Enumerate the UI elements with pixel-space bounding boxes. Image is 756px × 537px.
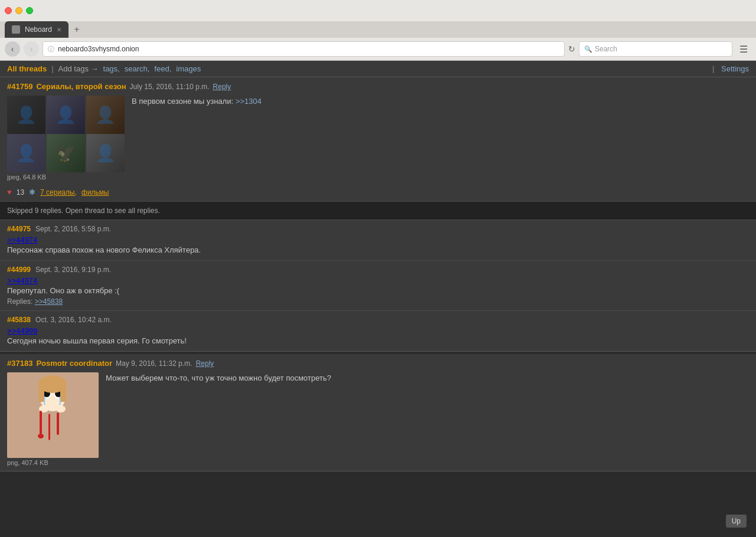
reply-44999: #44999 Sept. 3, 2016, 9:19 p.m. >>44974 … — [0, 260, 756, 310]
reply-44999-ref: >>44974 — [7, 276, 749, 285]
ref-link-44974-b[interactable]: >>44974 — [7, 276, 37, 285]
thread-2-text: Может выберем что-то, что уж точно можно… — [106, 372, 749, 466]
svg-rect-8 — [38, 384, 44, 402]
new-tab-button[interactable]: + — [70, 22, 84, 37]
search-bar[interactable]: 🔍 Search — [579, 41, 732, 57]
reply-44975-date: Sept. 2, 2016, 5:58 p.m. — [35, 225, 111, 233]
minimize-button[interactable] — [15, 7, 22, 14]
back-button[interactable]: ‹ — [5, 41, 20, 57]
ref-link-44999[interactable]: >>44999 — [7, 326, 37, 335]
thread-1-reply-link[interactable]: Reply — [213, 83, 231, 91]
thread-2: #37183 Posmotr coordinator May 9, 2016, … — [0, 354, 756, 471]
menu-button[interactable]: ☰ — [736, 42, 751, 56]
thread-2-images: png, 407.4 KB — [7, 372, 99, 466]
thumbnail-3: 👤 — [86, 96, 125, 134]
tab-close-icon[interactable]: ✕ — [57, 27, 61, 33]
svg-rect-12 — [40, 411, 42, 434]
thread-1-text: В первом сезоне мы узнали: >>1304 — [132, 96, 749, 181]
info-icon: ⓘ — [48, 45, 54, 54]
tag-serially[interactable]: 7 сериалы, — [40, 188, 77, 197]
tab-title: Neboard — [25, 25, 52, 34]
maximize-button[interactable] — [26, 7, 33, 14]
window-controls — [5, 7, 33, 14]
thread-2-image-info: png, 407.4 KB — [7, 459, 99, 466]
reply-45838-header: #45838 Oct. 3, 2016, 10:42 a.m. — [7, 316, 749, 324]
reload-button[interactable]: ↻ — [568, 44, 575, 54]
thread-1-image-info: jpeg, 64.8 KB — [7, 173, 125, 181]
reply-45838-id: #45838 — [7, 316, 31, 324]
tags-link[interactable]: tags, — [103, 64, 120, 73]
thread-2-date: May 9, 2016, 11:32 p.m. — [116, 359, 192, 368]
forward-button[interactable]: › — [24, 41, 39, 57]
thread-1-body: 👤 👤 👤 👤 🦅 👤 jpeg, 64.8 KB В первом сезон… — [0, 93, 756, 185]
reply-44999-text: Перепутал. Оно аж в октябре :( — [7, 286, 749, 295]
settings-area: | Settings — [712, 64, 749, 73]
thumbnail-5: 🦅 — [47, 134, 85, 172]
tag-filmy[interactable]: фильмы — [82, 188, 109, 197]
thread-1-header: #41759 Сериалы, второй сезон July 15, 20… — [0, 77, 756, 93]
reply-44999-date: Sept. 3, 2016, 9:19 p.m. — [35, 266, 111, 274]
reply-44999-replies: Replies: >>45838 — [7, 297, 749, 306]
thread-1-title: Сериалы, второй сезон — [36, 82, 126, 91]
skipped-notice: Skipped 9 replies. Open thread to see al… — [0, 201, 756, 220]
reply-45838-text: Сегодня ночью вышла первая серия. Го смо… — [7, 336, 749, 345]
svg-point-11 — [56, 405, 66, 412]
page-header: All threads | Add tags → tags, search, f… — [0, 61, 756, 77]
thumbnail-anime — [7, 372, 99, 458]
url-text: neboardo3svhysmd.onion — [58, 45, 559, 53]
reply-45838-date: Oct. 3, 2016, 10:42 a.m. — [35, 316, 112, 324]
title-bar — [0, 0, 756, 21]
ref-link-44974-a[interactable]: >>44974 — [7, 235, 37, 244]
reply-44975: #44975 Sept. 2, 2016, 5:58 p.m. >>44974 … — [0, 220, 756, 260]
thread-1-date: July 15, 2016, 11:10 p.m. — [130, 83, 210, 91]
reply-44975-id: #44975 — [7, 225, 31, 233]
address-bar[interactable]: ⓘ neboardo3svhysmd.onion — [43, 41, 565, 57]
reply-ref-45838[interactable]: >>45838 — [35, 297, 63, 306]
thread-1-images: 👤 👤 👤 👤 🦅 👤 jpeg, 64.8 KB — [7, 96, 125, 181]
thread-1-footer: ♥ 13 ❄ 7 сериалы, фильмы — [0, 185, 756, 201]
reply-45838-ref: >>44999 — [7, 326, 749, 335]
heart-icon: ♥ — [7, 188, 12, 197]
thread-2-id: #37183 — [7, 359, 32, 368]
thread-2-reply-link[interactable]: Reply — [195, 359, 214, 368]
svg-point-15 — [38, 434, 44, 438]
quote-link-1304[interactable]: >>1304 — [236, 97, 262, 106]
search-placeholder: Search — [595, 45, 617, 53]
reply-44975-text: Персонаж справа похож на нового Феликса … — [7, 245, 749, 254]
reply-44975-header: #44975 Sept. 2, 2016, 5:58 p.m. — [7, 225, 749, 233]
tab-bar: Neboard ✕ + — [0, 21, 756, 38]
like-count: 13 — [17, 188, 24, 197]
svg-rect-13 — [48, 414, 50, 440]
close-button[interactable] — [5, 7, 12, 14]
thread-1-id: #41759 — [7, 82, 32, 91]
browser-chrome: Neboard ✕ + ‹ › ⓘ neboardo3svhysmd.onion… — [0, 0, 756, 61]
nav-separator: | — [51, 64, 53, 73]
reply-45838: #45838 Oct. 3, 2016, 10:42 a.m. >>44999 … — [0, 310, 756, 351]
images-link[interactable]: images — [176, 64, 201, 73]
browser-toolbar: ‹ › ⓘ neboardo3svhysmd.onion ↻ 🔍 Search … — [0, 38, 756, 60]
svg-rect-14 — [57, 412, 59, 435]
search-link[interactable]: search, — [125, 64, 150, 73]
feed-link[interactable]: feed, — [154, 64, 171, 73]
search-icon: 🔍 — [584, 45, 592, 53]
thread-2-header: #37183 Posmotr coordinator May 9, 2016, … — [0, 354, 756, 370]
thread-2-body: png, 407.4 KB Может выберем что-то, что … — [0, 370, 756, 471]
active-tab[interactable]: Neboard ✕ — [5, 21, 69, 38]
image-row-2: 👤 🦅 👤 — [7, 134, 125, 172]
image-row-1: 👤 👤 👤 — [7, 96, 125, 134]
page-nav: All threads | Add tags → tags, search, f… — [7, 64, 201, 73]
thumbnail-1: 👤 — [7, 96, 45, 134]
reply-44999-header: #44999 Sept. 3, 2016, 9:19 p.m. — [7, 266, 749, 274]
add-tags-text: Add tags → — [58, 64, 99, 73]
thread-2-title: Posmotr coordinator — [36, 359, 112, 368]
all-threads-link[interactable]: All threads — [7, 64, 47, 73]
settings-link[interactable]: Settings — [721, 64, 749, 73]
thumbnail-2: 👤 — [47, 96, 85, 134]
reply-44999-id: #44999 — [7, 266, 31, 274]
thumbnail-4: 👤 — [7, 134, 45, 172]
reply-44975-ref: >>44974 — [7, 235, 749, 244]
snowflake-icon: ❄ — [29, 188, 35, 197]
thumbnail-6: 👤 — [86, 134, 125, 172]
svg-rect-9 — [60, 384, 66, 402]
thread-1: #41759 Сериалы, второй сезон July 15, 20… — [0, 77, 756, 352]
